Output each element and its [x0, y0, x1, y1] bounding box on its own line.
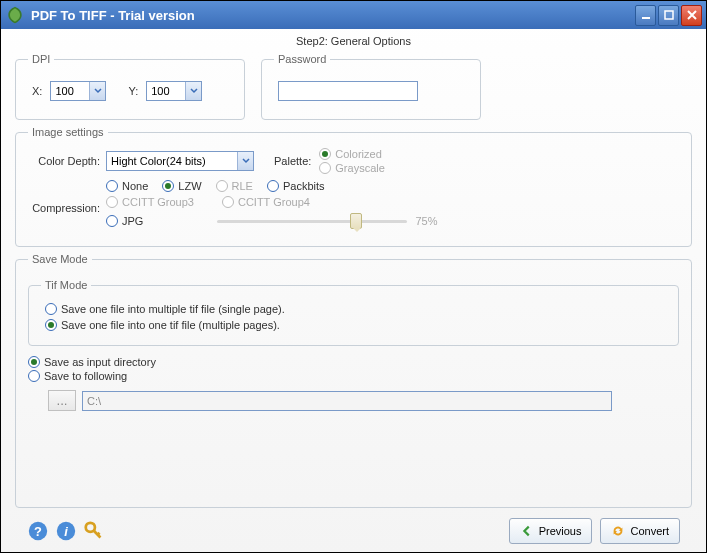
window: PDF To TIFF - Trial version Step2: Gener… — [0, 0, 707, 553]
tif-mode-legend: Tif Mode — [41, 279, 91, 291]
refresh-icon — [611, 524, 625, 538]
previous-button[interactable]: Previous — [509, 518, 593, 544]
svg-text:i: i — [64, 524, 68, 539]
dpi-y-input[interactable] — [147, 82, 185, 100]
image-settings-group: Image settings Color Depth: Palette: Col… — [15, 126, 692, 247]
maximize-button[interactable] — [658, 5, 679, 26]
color-depth-label: Color Depth: — [28, 155, 106, 167]
chevron-down-icon[interactable] — [185, 82, 201, 100]
save-path-input — [82, 391, 612, 411]
svg-rect-1 — [665, 11, 673, 19]
info-icon[interactable]: i — [55, 520, 77, 542]
tif-multi-page-radio[interactable]: Save one file into one tif file (multipl… — [45, 319, 662, 331]
compression-packbits-radio[interactable]: Packbits — [267, 180, 325, 192]
convert-button[interactable]: Convert — [600, 518, 680, 544]
save-as-input-radio[interactable]: Save as input directory — [28, 356, 679, 368]
jpg-quality-value: 75% — [415, 215, 437, 227]
palette-colorized-radio: Colorized — [319, 148, 385, 160]
slider-thumb[interactable] — [350, 213, 362, 229]
save-to-following-radio[interactable]: Save to following — [28, 370, 679, 382]
help-icon[interactable]: ? — [27, 520, 49, 542]
color-depth-combo[interactable] — [106, 151, 254, 171]
compression-rle-radio: RLE — [216, 180, 253, 192]
browse-button[interactable]: ... — [48, 390, 76, 411]
tif-single-page-radio[interactable]: Save one file into multiple tif file (si… — [45, 303, 662, 315]
password-legend: Password — [274, 53, 330, 65]
titlebar: PDF To TIFF - Trial version — [1, 1, 706, 29]
compression-jpg-radio[interactable]: JPG — [106, 215, 143, 227]
close-button[interactable] — [681, 5, 702, 26]
dpi-x-combo[interactable] — [50, 81, 106, 101]
window-title: PDF To TIFF - Trial version — [31, 8, 635, 23]
dpi-y-combo[interactable] — [146, 81, 202, 101]
password-group: Password — [261, 53, 481, 120]
chevron-down-icon[interactable] — [89, 82, 105, 100]
arrow-left-icon — [520, 524, 534, 538]
compression-lzw-radio[interactable]: LZW — [162, 180, 201, 192]
app-logo-icon — [5, 5, 25, 25]
compression-label: Compression: — [28, 180, 106, 214]
palette-grayscale-radio: Grayscale — [319, 162, 385, 174]
color-depth-input[interactable] — [107, 152, 237, 170]
minimize-button[interactable] — [635, 5, 656, 26]
jpg-quality-slider[interactable] — [217, 212, 407, 230]
dpi-y-label: Y: — [128, 85, 138, 97]
chevron-down-icon[interactable] — [237, 152, 253, 170]
svg-text:?: ? — [34, 524, 42, 539]
dpi-group: DPI X: Y: — [15, 53, 245, 120]
step-label: Step2: General Options — [15, 35, 692, 47]
dpi-x-label: X: — [32, 85, 42, 97]
tif-mode-group: Tif Mode Save one file into multiple tif… — [28, 279, 679, 346]
compression-ccitt3-radio: CCITT Group3 — [106, 196, 194, 208]
palette-label: Palette: — [274, 155, 311, 167]
key-icon[interactable] — [83, 520, 105, 542]
image-settings-legend: Image settings — [28, 126, 108, 138]
save-mode-group: Save Mode Tif Mode Save one file into mu… — [15, 253, 692, 508]
compression-ccitt4-radio: CCITT Group4 — [222, 196, 310, 208]
save-mode-legend: Save Mode — [28, 253, 92, 265]
svg-rect-0 — [642, 17, 650, 19]
dpi-legend: DPI — [28, 53, 54, 65]
password-input[interactable] — [278, 81, 418, 101]
compression-none-radio[interactable]: None — [106, 180, 148, 192]
dpi-x-input[interactable] — [51, 82, 89, 100]
